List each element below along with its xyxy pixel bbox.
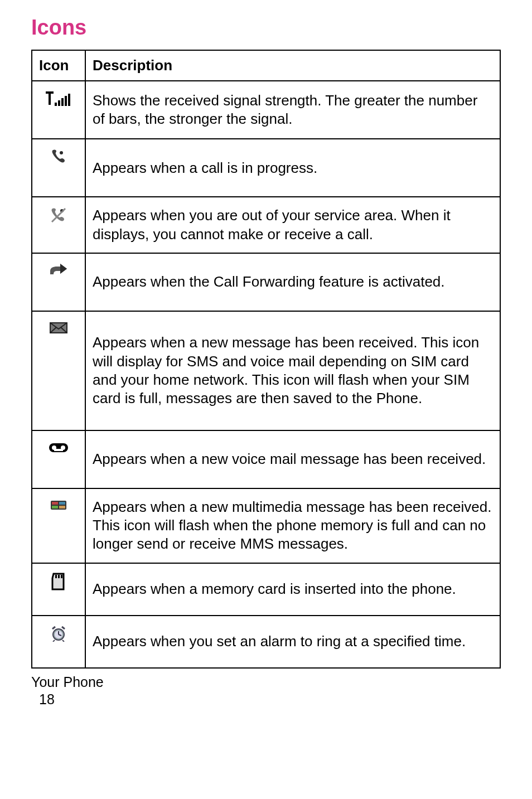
table-row: Appears when you are out of your service… xyxy=(32,197,500,253)
svg-rect-14 xyxy=(54,449,63,451)
svg-rect-6 xyxy=(68,94,70,106)
description-cell: Appears when you set an alarm to ring at… xyxy=(85,616,500,668)
page-heading: Icons xyxy=(31,16,501,40)
description-text: Appears when a new voice mail message ha… xyxy=(93,440,493,479)
svg-rect-18 xyxy=(52,506,58,509)
icon-cell xyxy=(32,81,85,139)
description-cell: Appears when a call is in progress. xyxy=(85,139,500,197)
call-forwarding-icon xyxy=(49,263,68,277)
description-cell: Appears when a memory card is inserted i… xyxy=(85,563,500,616)
description-text: Shows the received signal strength. The … xyxy=(93,90,493,129)
description-cell: Appears when a new voice mail message ha… xyxy=(85,430,500,488)
table-row: Shows the received signal strength. The … xyxy=(32,81,500,139)
icon-cell xyxy=(32,197,85,253)
footer-section: Your Phone xyxy=(31,674,501,690)
svg-rect-21 xyxy=(58,575,60,578)
footer-page-number: 18 xyxy=(39,691,501,708)
icon-cell xyxy=(32,488,85,563)
icon-cell xyxy=(32,253,85,311)
table-row: Appears when a new message has been rece… xyxy=(32,311,500,430)
table-header-row: Icon Description xyxy=(32,50,500,81)
table-row: Appears when the Call Forwarding feature… xyxy=(32,253,500,311)
svg-rect-2 xyxy=(55,103,57,106)
svg-rect-3 xyxy=(58,100,60,106)
page-footer: Your Phone 18 xyxy=(31,674,501,708)
alarm-icon xyxy=(50,625,67,642)
call-in-progress-icon xyxy=(50,148,67,165)
table-row: Appears when a new voice mail message ha… xyxy=(32,430,500,488)
svg-rect-22 xyxy=(61,575,62,578)
description-text: Appears when a new message has been rece… xyxy=(93,321,493,421)
svg-rect-16 xyxy=(52,502,58,505)
svg-rect-17 xyxy=(59,502,65,505)
new-message-icon xyxy=(49,321,68,335)
signal-strength-icon xyxy=(46,90,71,109)
description-text: Appears when a call is in progress. xyxy=(93,148,493,187)
icon-cell xyxy=(32,563,85,616)
svg-rect-4 xyxy=(61,98,64,106)
description-cell: Appears when a new multimedia message ha… xyxy=(85,488,500,563)
description-cell: Appears when the Call Forwarding feature… xyxy=(85,253,500,311)
icon-cell xyxy=(32,311,85,430)
description-text: Appears when you set an alarm to ring at… xyxy=(93,625,493,658)
icon-cell xyxy=(32,139,85,197)
svg-rect-5 xyxy=(65,96,67,106)
description-cell: Shows the received signal strength. The … xyxy=(85,81,500,139)
icon-cell xyxy=(32,430,85,488)
description-text: Appears when the Call Forwarding feature… xyxy=(93,263,493,302)
svg-rect-20 xyxy=(55,575,57,578)
table-row: Appears when a call is in progress. xyxy=(32,139,500,197)
icon-cell xyxy=(32,616,85,668)
description-cell: Appears when a new message has been rece… xyxy=(85,311,500,430)
table-row: Appears when a memory card is inserted i… xyxy=(32,563,500,616)
memory-card-icon xyxy=(50,573,67,592)
header-icon: Icon xyxy=(32,50,85,81)
icons-table: Icon Description xyxy=(31,50,501,669)
description-text: Appears when a memory card is inserted i… xyxy=(93,573,493,606)
description-text: Appears when a new multimedia message ha… xyxy=(93,498,493,554)
description-cell: Appears when you are out of your service… xyxy=(85,197,500,253)
description-text: Appears when you are out of your service… xyxy=(93,206,493,244)
multimedia-message-icon xyxy=(50,498,67,512)
no-service-icon xyxy=(50,206,67,224)
svg-rect-1 xyxy=(49,91,51,105)
header-description: Description xyxy=(85,50,500,81)
page: Icons Icon Description xyxy=(0,0,532,719)
svg-rect-19 xyxy=(59,506,65,509)
table-row: Appears when a new multimedia message ha… xyxy=(32,488,500,563)
table-row: Appears when you set an alarm to ring at… xyxy=(32,616,500,668)
voice-mail-icon xyxy=(49,442,69,454)
svg-point-7 xyxy=(60,151,63,154)
